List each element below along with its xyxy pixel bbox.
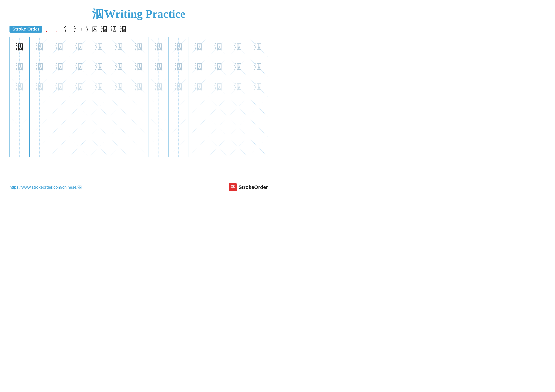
svg-line-128 [248, 117, 268, 137]
grid-cell[interactable] [208, 97, 228, 117]
grid-cell[interactable]: 泅 [29, 37, 50, 57]
grid-cell[interactable]: 泅 [248, 37, 268, 57]
svg-line-79 [10, 97, 29, 117]
grid-cell[interactable] [109, 137, 129, 157]
grid-cell[interactable]: 泅 [109, 37, 129, 57]
grid-cell[interactable] [10, 97, 29, 117]
grid-cell[interactable]: 泅 [168, 57, 189, 77]
grid-cell[interactable]: 泅 [109, 57, 129, 77]
stroke-step-5: 氵囚 [86, 25, 98, 33]
grid-cell[interactable]: 泅 [69, 57, 89, 77]
grid-cell[interactable]: 泅 [129, 37, 149, 57]
grid-cell[interactable]: 泅 [189, 37, 208, 57]
grid-cell[interactable]: 泅 [189, 57, 208, 77]
grid-cell[interactable]: 泅 [10, 77, 29, 97]
grid-cell[interactable]: 泅 [29, 57, 50, 77]
grid-cell[interactable] [189, 137, 208, 157]
grid-cell[interactable]: 泅 [168, 77, 189, 97]
svg-line-122 [189, 117, 208, 137]
grid-cell[interactable]: 泅 [69, 37, 89, 57]
stroke-step-7: 泅 [110, 25, 117, 34]
grid-cell[interactable]: 泅 [208, 57, 228, 77]
grid-cell[interactable]: 泅 [109, 77, 129, 97]
footer-url[interactable]: https://www.strokeorder.com/chinese/泅 [9, 185, 82, 190]
grid-cell[interactable] [49, 97, 69, 117]
grid-cell[interactable] [149, 97, 169, 117]
grid-cell[interactable] [49, 137, 69, 157]
grid-cell[interactable] [129, 97, 149, 117]
grid-cell[interactable]: 泅 [10, 57, 29, 77]
svg-line-149 [189, 137, 208, 157]
grid-cell[interactable] [69, 117, 89, 137]
svg-line-136 [69, 137, 89, 157]
grid-cell[interactable] [189, 97, 208, 117]
grid-cell[interactable]: 泅 [89, 77, 109, 97]
grid-cell[interactable] [89, 117, 109, 137]
grid-cell[interactable]: 泅 [129, 77, 149, 97]
grid-cell[interactable]: 泅 [149, 37, 169, 57]
grid-cell[interactable]: 泅 [49, 37, 69, 57]
svg-line-88 [109, 97, 129, 117]
svg-line-113 [89, 117, 109, 137]
grid-cell[interactable] [109, 97, 129, 117]
grid-cell[interactable] [29, 97, 50, 117]
grid-cell[interactable] [168, 117, 189, 137]
grid-cell[interactable]: 泅 [69, 77, 89, 97]
footer-logo-text: StrokeOrder [238, 184, 268, 190]
grid-cell[interactable] [49, 117, 69, 137]
grid-cell[interactable] [69, 97, 89, 117]
grid-cell[interactable] [149, 137, 169, 157]
grid-cell[interactable] [29, 137, 50, 157]
grid-cell[interactable]: 泅 [149, 57, 169, 77]
grid-cell[interactable] [129, 137, 149, 157]
svg-line-153 [228, 137, 248, 157]
grid-cell[interactable]: 泅 [248, 57, 268, 77]
svg-line-91 [129, 97, 149, 117]
grid-cell[interactable]: 泅 [228, 77, 248, 97]
grid-cell[interactable] [228, 97, 248, 117]
grid-row-3: 泅 泅 泅 泅 泅 泅 泅 泅 [10, 77, 268, 97]
stroke-step-2: 、 [55, 25, 61, 34]
grid-cell[interactable] [89, 137, 109, 157]
grid-cell[interactable] [69, 137, 89, 157]
grid-cell[interactable]: 泅 [129, 57, 149, 77]
grid-cell[interactable] [189, 117, 208, 137]
grid-cell[interactable] [208, 137, 228, 157]
grid-cell[interactable] [228, 137, 248, 157]
grid-cell[interactable] [89, 97, 109, 117]
grid-cell[interactable]: 泅 [29, 77, 50, 97]
svg-line-85 [69, 97, 89, 117]
grid-cell[interactable] [168, 137, 189, 157]
svg-line-100 [228, 97, 248, 117]
grid-cell[interactable] [168, 97, 189, 117]
grid-cell[interactable]: 泅 [189, 77, 208, 97]
grid-cell[interactable] [109, 117, 129, 137]
grid-cell[interactable]: 泅 [208, 77, 228, 97]
grid-cell[interactable]: 泅 [149, 77, 169, 97]
grid-cell[interactable] [248, 97, 268, 117]
grid-cell[interactable]: 泅 [49, 57, 69, 77]
svg-line-86 [89, 97, 109, 117]
svg-line-125 [208, 117, 228, 137]
grid-cell[interactable] [228, 117, 248, 137]
grid-cell[interactable] [29, 117, 50, 137]
grid-cell[interactable]: 泅 [49, 77, 69, 97]
grid-cell[interactable]: 泅 [10, 37, 29, 57]
grid-cell[interactable] [10, 117, 29, 137]
grid-cell[interactable]: 泅 [228, 37, 248, 57]
grid-cell[interactable]: 泅 [168, 37, 189, 57]
grid-row-4 [10, 97, 268, 117]
grid-cell[interactable] [10, 137, 29, 157]
grid-cell[interactable]: 泅 [89, 37, 109, 57]
grid-cell[interactable] [248, 117, 268, 137]
svg-line-82 [49, 97, 69, 117]
grid-cell[interactable]: 泅 [228, 57, 248, 77]
grid-cell[interactable]: 泅 [248, 77, 268, 97]
grid-cell[interactable] [129, 117, 149, 137]
grid-cell[interactable]: 泅 [208, 37, 228, 57]
grid-cell[interactable] [149, 117, 169, 137]
grid-cell[interactable] [248, 137, 268, 157]
grid-cell[interactable]: 泅 [89, 57, 109, 77]
grid-cell[interactable] [208, 117, 228, 137]
grid-row-6 [10, 137, 268, 157]
